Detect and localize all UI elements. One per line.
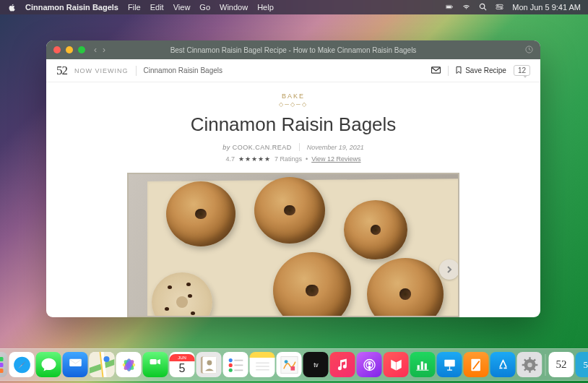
svg-point-8 [501,7,502,9]
nav-arrows: ‹ › [94,45,105,55]
svg-line-59 [524,359,526,361]
svg-text:tv: tv [314,361,319,368]
dock-messages[interactable] [36,352,61,377]
dock-mail[interactable] [63,352,88,377]
save-recipe-button[interactable]: Save Recipe [456,66,506,75]
svg-rect-2 [452,6,453,7]
next-photo-button[interactable] [439,259,459,280]
dock-pages[interactable] [464,352,489,377]
battery-icon[interactable] [446,3,454,12]
svg-line-60 [533,368,535,370]
app-name-menu[interactable]: Cinnamon Raisin Bagels [25,3,118,12]
back-button[interactable]: ‹ [94,45,97,55]
recipe-title: Cinnamon Raisin Bagels [191,113,397,136]
rating-count: 7 Ratings [274,155,302,163]
dock-keynote[interactable] [437,352,462,377]
dock-reminders[interactable] [223,352,248,377]
save-recipe-label: Save Recipe [465,66,506,74]
svg-point-32 [228,368,232,371]
divider [136,66,137,76]
ratings: 4.7 ★★★★★ 7 Ratings • View 12 Reviews [225,155,360,163]
svg-point-43 [368,362,371,365]
recipe-photo [127,173,459,317]
byline: by COOK.CAN.READ November 19, 2021 [222,143,364,151]
dock-maps[interactable] [90,352,115,377]
svg-line-62 [524,368,526,370]
rating-stars: ★★★★★ [238,155,271,163]
app-window: ‹ › Best Cinnamon Raisin Bagel Recipe - … [46,40,540,317]
divider [299,143,300,151]
divider [448,66,449,76]
dock-podcasts[interactable] [357,352,382,377]
svg-rect-44 [417,365,419,369]
topbar: 52 NOW VIEWING Cinnamon Raisin Bagels Sa… [46,59,540,82]
svg-rect-15 [69,358,82,366]
dock-app-52-alt[interactable]: 52 [576,352,589,377]
recipe-author[interactable]: by COOK.CAN.READ [222,144,292,151]
svg-rect-45 [420,361,423,369]
wifi-icon[interactable] [462,3,470,12]
rating-value: 4.7 [225,155,235,163]
dock-tv[interactable]: tv [303,352,329,377]
menubar: Cinnamon Raisin Bagels File Edit View Go… [0,0,588,14]
svg-rect-39 [290,366,295,371]
svg-point-17 [104,356,110,362]
svg-rect-48 [444,359,454,366]
zoom-button[interactable] [78,46,85,53]
dock-separator [545,354,546,376]
comment-count[interactable]: 12 [514,65,530,76]
dock-app-52[interactable]: 52 [549,352,574,377]
bookmark-icon [456,66,462,75]
recipe-category[interactable]: BAKE [282,92,305,100]
search-icon[interactable] [479,3,487,12]
dock-freeform[interactable] [277,352,302,377]
reviews-link[interactable]: View 12 Reviews [311,155,360,163]
svg-point-28 [228,358,232,362]
menu-edit[interactable]: Edit [150,3,164,12]
category-ornament: ◇─◇─◇ [279,101,307,108]
svg-rect-7 [496,7,503,9]
email-icon[interactable] [431,66,441,75]
svg-point-6 [498,4,499,6]
dock-numbers[interactable] [410,352,436,377]
dock-appstore[interactable] [490,352,516,377]
content: BAKE ◇─◇─◇ Cinnamon Raisin Bagels by COO… [46,82,540,317]
minimize-button[interactable] [66,46,73,53]
dock-settings[interactable] [517,352,542,377]
dock-facetime[interactable] [143,352,168,377]
svg-rect-5 [496,4,503,7]
dock-notes[interactable] [250,352,275,377]
menu-window[interactable]: Window [220,3,248,12]
share-icon[interactable] [525,43,533,56]
control-center-icon[interactable] [496,3,503,12]
site-logo[interactable]: 52 [56,64,67,78]
menu-help[interactable]: Help [257,3,274,12]
apple-menu[interactable] [7,3,16,12]
dock-calendar[interactable]: JUN5 [170,352,195,377]
dock-news[interactable] [384,352,409,377]
dock-contacts[interactable] [196,352,222,377]
menu-view[interactable]: View [173,3,191,12]
traffic-lights [53,46,85,53]
dock: JUN5 tv 52 52 [0,348,588,381]
svg-point-38 [284,360,287,363]
menubar-clock[interactable]: Mon Jun 5 9:41 AM [512,3,581,12]
titlebar[interactable]: ‹ › Best Cinnamon Raisin Bagel Recipe - … [46,40,540,59]
svg-point-27 [207,360,212,365]
svg-point-30 [228,363,232,366]
dock-music[interactable] [330,352,355,377]
close-button[interactable] [53,46,61,53]
svg-line-61 [533,359,535,361]
viewing-title: Cinnamon Raisin Bagels [144,66,223,74]
forward-button[interactable]: › [103,45,105,55]
dock-safari[interactable] [9,352,35,377]
menu-file[interactable]: File [128,3,141,12]
svg-rect-1 [446,6,451,8]
menubar-right: Mon Jun 5 9:41 AM [446,3,581,12]
dock-launchpad[interactable] [0,352,8,377]
svg-point-3 [480,4,485,8]
svg-rect-46 [424,363,426,369]
window-title: Best Cinnamon Raisin Bagel Recipe - How … [46,46,540,54]
dock-photos[interactable] [116,352,142,377]
menu-go[interactable]: Go [199,3,210,12]
